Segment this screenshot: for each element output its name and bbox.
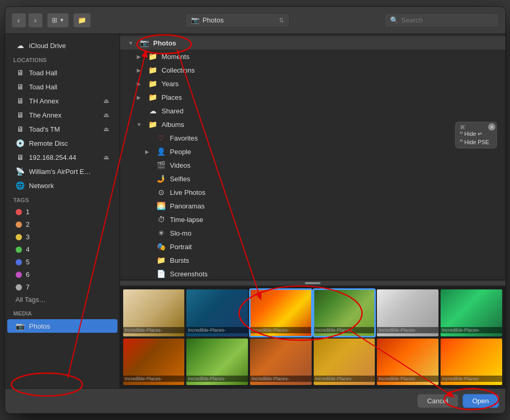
sidebar-item-tag1[interactable]: 1 bbox=[7, 206, 117, 218]
file-item-timelapse[interactable]: ⏱ Time-lapse bbox=[120, 213, 505, 226]
tooltip-shortcut: ⌘` bbox=[460, 124, 492, 130]
sidebar: ☁ iCloud Drive Locations 🖥 Toad Hall 🖥 T… bbox=[5, 34, 120, 388]
file-item-shared[interactable]: ☁ Shared bbox=[120, 104, 505, 118]
thannex-eject[interactable]: ⏏ bbox=[103, 97, 109, 104]
years-expander[interactable]: ▶ bbox=[137, 81, 144, 87]
tag7-dot bbox=[16, 284, 22, 290]
photo-cell-p1[interactable]: Incredible-Places- bbox=[123, 289, 185, 336]
sidebar-item-tag6[interactable]: 6 bbox=[7, 269, 117, 281]
file-item-people[interactable]: ▶ 👤 People bbox=[120, 145, 505, 158]
theannex-eject[interactable]: ⏏ bbox=[103, 111, 109, 119]
file-item-videos[interactable]: 🎬 Videos bbox=[120, 158, 505, 172]
photo-cell-p5[interactable]: Incredible-Places- bbox=[377, 289, 438, 336]
file-item-bursts[interactable]: 📁 Bursts bbox=[120, 253, 505, 267]
file-item-years[interactable]: ▶ 📁 Years bbox=[120, 77, 505, 90]
sidebar-item-network[interactable]: 🌐 Network bbox=[7, 179, 117, 192]
file-item-portrait[interactable]: 🎭 Portrait bbox=[120, 240, 505, 253]
file-item-collections[interactable]: ▶ 📁 Collections bbox=[120, 63, 505, 77]
photo-cell-p12[interactable]: Incredible-Places- bbox=[441, 339, 502, 386]
sidebar-item-remotedisc[interactable]: 💿 Remote Disc bbox=[7, 136, 117, 150]
sidebar-toadhall2-label: Toad Hall bbox=[29, 83, 109, 91]
sidebar-item-tag7[interactable]: 7 bbox=[7, 281, 117, 293]
back-button[interactable]: ‹ bbox=[11, 13, 26, 28]
file-item-albums[interactable]: ▼ 📁 Albums bbox=[120, 118, 505, 131]
sidebar-item-tag2[interactable]: 2 bbox=[7, 218, 117, 230]
photo-cell-p6[interactable]: Incredible-Places- bbox=[441, 289, 502, 336]
location-picker[interactable]: 📷 Photos ⇅ bbox=[185, 13, 290, 28]
photo-cell-p7[interactable]: Incredible-Places- bbox=[123, 339, 185, 386]
toadhall1-icon: 🖥 bbox=[16, 68, 25, 77]
photo-cell-p2[interactable]: Incredible-Places- bbox=[186, 289, 248, 336]
theannex-icon: 🖥 bbox=[16, 110, 25, 120]
forward-button[interactable]: › bbox=[28, 13, 43, 28]
view-grid-button[interactable]: ⊞ ▼ bbox=[47, 13, 69, 28]
photo-label-p6: Incredible-Places- bbox=[441, 327, 502, 333]
bursts-filename: Bursts bbox=[170, 256, 497, 264]
file-item-panoramas[interactable]: 🌅 Panoramas bbox=[120, 199, 505, 213]
sidebar-item-icloud[interactable]: ☁ iCloud Drive bbox=[7, 39, 117, 52]
photo-cell-p10[interactable]: Incredible-Places- bbox=[314, 339, 375, 386]
sidebar-tag3-label: 3 bbox=[26, 233, 109, 241]
photo-thumb-p7 bbox=[123, 339, 185, 376]
locations-header: Locations bbox=[5, 53, 120, 65]
shared-icon: ☁ bbox=[148, 106, 158, 115]
toadstm-eject[interactable]: ⏏ bbox=[103, 125, 109, 133]
open-button[interactable]: Open bbox=[462, 394, 499, 408]
search-input[interactable] bbox=[401, 16, 493, 24]
sidebar-tag4-label: 4 bbox=[26, 246, 109, 253]
photos-expander[interactable]: ▼ bbox=[128, 40, 136, 46]
sidebar-tag1-label: 1 bbox=[26, 208, 109, 216]
sidebar-item-photos[interactable]: 📷 Photos bbox=[7, 319, 117, 333]
cancel-button[interactable]: Cancel bbox=[417, 394, 458, 408]
photos-location-icon: 📷 bbox=[191, 16, 199, 24]
sidebar-item-tag4[interactable]: 4 bbox=[7, 243, 117, 255]
sidebar-item-airport[interactable]: 📡 William's AirPort E… bbox=[7, 165, 117, 178]
photo-label-p10: Incredible-Places- bbox=[314, 376, 375, 382]
places-expander[interactable]: ▶ bbox=[137, 95, 144, 100]
ipaddress-eject[interactable]: ⏏ bbox=[103, 154, 109, 161]
photo-thumb-p8 bbox=[186, 339, 248, 376]
scroll-thumb[interactable] bbox=[120, 281, 505, 285]
collections-expander[interactable]: ▶ bbox=[137, 67, 144, 73]
file-item-moments[interactable]: ▶ 📁 Moments bbox=[120, 50, 505, 63]
photo-cell-p11[interactable]: Incredible-Places- bbox=[377, 339, 438, 386]
sidebar-item-toadhall2[interactable]: 🖥 Toad Hall bbox=[7, 80, 117, 94]
file-item-screenshots[interactable]: 📄 Screenshots bbox=[120, 267, 505, 280]
file-item-selfies[interactable]: 🤳 Selfies bbox=[120, 172, 505, 185]
airport-icon: 📡 bbox=[16, 167, 25, 176]
albums-expander[interactable]: ▼ bbox=[137, 122, 144, 127]
tooltip-box: ✕ ⌘` ᴴ Hide ↵ ᴴ Hide PSE bbox=[455, 122, 497, 148]
sidebar-item-tag5[interactable]: 5 bbox=[7, 256, 117, 268]
sidebar-theannex-label: The Annex bbox=[29, 111, 99, 119]
file-panel: ▼ 📷 Photos ▶ 📁 Moments ▶ 📁 Collections ▶… bbox=[120, 34, 505, 388]
sidebar-item-all-tags[interactable]: All Tags… bbox=[7, 294, 117, 306]
people-expander[interactable]: ▶ bbox=[145, 149, 152, 155]
moments-icon: 📁 bbox=[148, 52, 158, 61]
file-item-live-photos[interactable]: ⊙ Live Photos bbox=[120, 185, 505, 199]
sidebar-item-toadstm[interactable]: 🖥 Toad's TM ⏏ bbox=[7, 122, 117, 136]
slomo-icon: ✳ bbox=[157, 228, 166, 238]
sidebar-item-theannex[interactable]: 🖥 The Annex ⏏ bbox=[7, 108, 117, 122]
file-item-places[interactable]: ▶ 📁 Places bbox=[120, 90, 505, 104]
sidebar-toadstm-label: Toad's TM bbox=[29, 125, 99, 133]
sidebar-item-ipaddress[interactable]: 🖥 192.168.254.44 ⏏ bbox=[7, 150, 117, 164]
sidebar-item-tag3[interactable]: 3 bbox=[7, 231, 117, 243]
tooltip-close[interactable]: ✕ bbox=[488, 123, 495, 131]
new-folder-button[interactable]: 📁 bbox=[73, 13, 91, 28]
sidebar-item-thannex[interactable]: 🖥 TH Annex ⏏ bbox=[7, 94, 117, 108]
file-item-slomo[interactable]: ✳ Slo-mo bbox=[120, 226, 505, 240]
file-item-photos[interactable]: ▼ 📷 Photos bbox=[120, 36, 505, 50]
moments-expander[interactable]: ▶ bbox=[137, 54, 144, 60]
tag6-dot bbox=[16, 272, 22, 278]
grid-chevron: ▼ bbox=[60, 17, 65, 23]
photo-cell-p8[interactable]: Incredible-Places- bbox=[186, 339, 248, 386]
sidebar-item-toadhall1[interactable]: 🖥 Toad Hall bbox=[7, 66, 117, 79]
file-item-favorites[interactable]: ♡ Favorites bbox=[120, 131, 505, 145]
photo-cell-p9[interactable]: Incredible-Places- bbox=[250, 339, 312, 386]
search-box[interactable]: 🔍 bbox=[384, 13, 499, 28]
selfies-icon: 🤳 bbox=[157, 174, 166, 183]
photo-cell-p4[interactable]: Incredible-Places- bbox=[314, 289, 375, 336]
folder-icon: 📁 bbox=[78, 16, 86, 24]
photo-cell-p3[interactable]: Incredible-Places- bbox=[250, 289, 312, 336]
favorites-filename: Favorites bbox=[170, 134, 497, 142]
